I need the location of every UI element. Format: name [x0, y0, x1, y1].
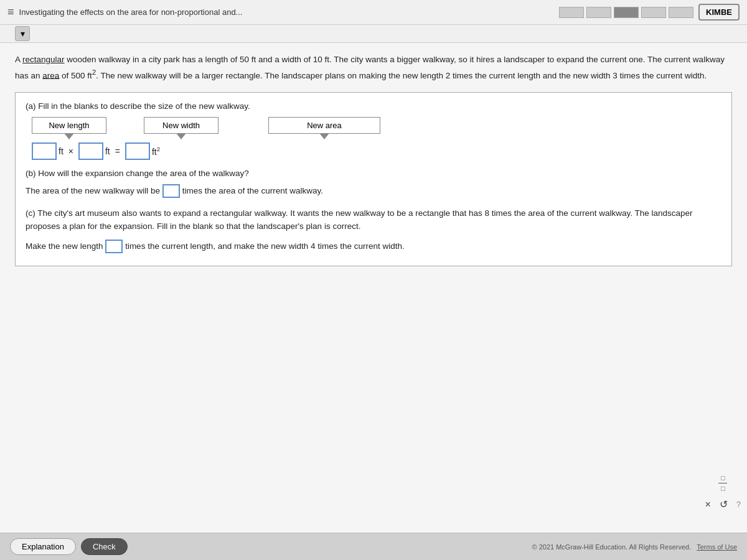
part-b-text2: times the area of the current walkway.: [182, 185, 323, 195]
equals-symbol: =: [115, 146, 120, 156]
part-b-label: (b) How will the expansion change the ar…: [26, 169, 721, 178]
new-length-text: New length: [49, 121, 89, 130]
ft-label-2: ft: [105, 146, 110, 156]
fraction-top: □: [721, 474, 725, 482]
right-panel: □ □ × ↺ ?: [705, 474, 741, 510]
new-area-label-container: New area: [268, 117, 380, 134]
right-action-row: × ↺ ?: [705, 498, 741, 510]
check-button[interactable]: Check: [81, 538, 128, 555]
area-multiplier-input[interactable]: [162, 184, 180, 198]
new-width-input[interactable]: [78, 142, 103, 160]
fraction-icon: □ □: [718, 474, 727, 492]
explanation-button[interactable]: Explanation: [10, 538, 76, 555]
new-width-text: New width: [162, 121, 200, 130]
length-multiplier-input[interactable]: [105, 240, 123, 253]
progress-seg-2: [586, 7, 611, 18]
hamburger-icon[interactable]: ≡: [7, 6, 14, 19]
progress-seg-5: [669, 7, 693, 18]
top-bar-right: KIMBE: [559, 4, 740, 21]
top-bar: ≡ Investigating the effects on the area …: [0, 0, 747, 25]
new-length-box: New length: [32, 117, 106, 134]
copyright-area: © 2021 McGraw-Hill Education. All Rights…: [532, 543, 738, 551]
question-box: (a) Fill in the blanks to describe the s…: [15, 92, 732, 267]
copyright-text: © 2021 McGraw-Hill Education. All Rights…: [532, 543, 692, 551]
terms-of-use-link[interactable]: Terms of Use: [697, 543, 737, 551]
main-content: A rectangular wooden walkway in a city p…: [0, 43, 747, 552]
undo-icon-button[interactable]: ↺: [720, 498, 728, 510]
fraction-bar: [718, 483, 727, 483]
progress-bar: [559, 7, 693, 18]
new-width-label-container: New width: [144, 117, 218, 134]
part-b: (b) How will the expansion change the ar…: [26, 169, 721, 198]
new-area-text: New area: [307, 121, 342, 130]
ft-label-3: ft2: [152, 146, 160, 157]
problem-text: A rectangular wooden walkway in a city p…: [15, 53, 732, 82]
progress-seg-3: [614, 7, 639, 18]
bottom-bar: Explanation Check © 2021 McGraw-Hill Edu…: [0, 533, 747, 560]
new-length-label-container: New length: [32, 117, 106, 134]
part-c-text1: Make the new length: [26, 241, 103, 251]
close-icon-button[interactable]: ×: [705, 499, 710, 510]
part-a-label: (a) Fill in the blanks to describe the s…: [26, 101, 721, 111]
part-c-text2: times the current length, and make the n…: [125, 241, 405, 251]
part-a: (a) Fill in the blanks to describe the s…: [26, 101, 721, 160]
new-length-input[interactable]: [32, 142, 57, 160]
part-b-heading: (b) How will the expansion change the ar…: [26, 169, 249, 178]
part-b-sentence: The area of the new walkway will be time…: [26, 184, 721, 198]
new-width-box: New width: [144, 117, 218, 134]
ft-label-1: ft: [59, 146, 63, 156]
new-area-box: New area: [268, 117, 380, 134]
help-icon-button[interactable]: ?: [736, 500, 741, 509]
part-c-label: (c) The city's art museum also wants to …: [26, 207, 721, 233]
part-c-label-text: (c) The city's art museum also wants to …: [26, 208, 693, 231]
equation-row: ft × ft = ft2: [32, 142, 721, 160]
progress-seg-4: [641, 7, 666, 18]
new-area-input[interactable]: [125, 142, 150, 160]
times-symbol: ×: [68, 146, 73, 156]
kimbe-button[interactable]: KIMBE: [698, 4, 740, 21]
part-c-sentence: Make the new length times the current le…: [26, 240, 721, 253]
page-title: Investigating the effects on the area fo…: [19, 7, 243, 17]
progress-seg-1: [559, 7, 584, 18]
fraction-bottom: □: [721, 485, 725, 492]
bottom-left: Explanation Check: [10, 538, 128, 555]
chevron-down-button[interactable]: ▾: [15, 26, 30, 41]
part-c: (c) The city's art museum also wants to …: [26, 207, 721, 254]
part-b-text1: The area of the new walkway will be: [26, 185, 160, 195]
fill-in-labels: New length New width New area: [32, 117, 721, 134]
